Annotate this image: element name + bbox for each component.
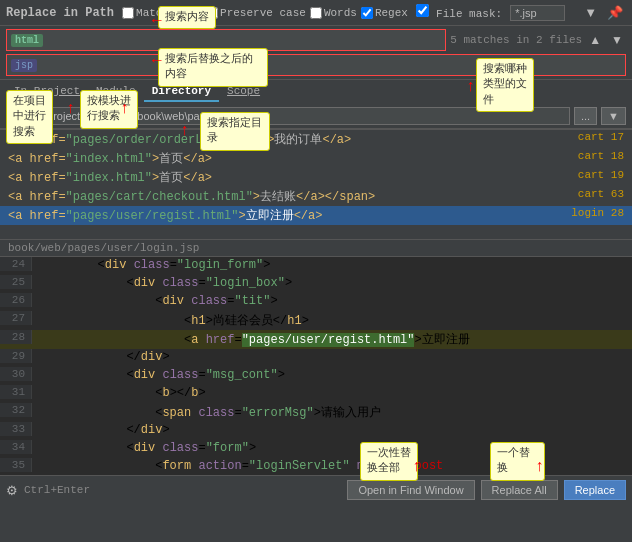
file-mask-label: File mask: — [436, 8, 502, 20]
arrow-dir: ↑ — [180, 122, 190, 140]
code-line: 24 <div class="login_form"> — [0, 257, 632, 275]
line-number: 35 — [0, 458, 32, 472]
results-area: cart 17 <a href="pages/order/orderList.h… — [0, 130, 632, 240]
toolbar: Replace in Path Match case Preserve case… — [0, 0, 632, 26]
replace-tag: jsp — [11, 59, 37, 72]
arrow-replace-one: ↑ — [535, 458, 545, 476]
code-line: 26 <div class="tit"> — [0, 293, 632, 311]
line-number: 25 — [0, 275, 32, 289]
words-checkbox[interactable] — [310, 7, 322, 19]
search-row: html 5 matches in 2 files ▲ ▼ — [6, 29, 626, 51]
file-mask-checkbox[interactable] — [416, 4, 429, 17]
shortcut-text: Ctrl+Enter — [24, 484, 90, 496]
filter-button[interactable]: ▼ — [581, 4, 600, 21]
search-input[interactable] — [47, 33, 441, 47]
result-file: cart 17 — [570, 131, 624, 143]
line-number: 30 — [0, 367, 32, 381]
line-content: <div class="tit"> — [32, 293, 632, 309]
line-content: <span class="errorMsg">请输入用户 — [32, 403, 632, 422]
search-tag: html — [11, 34, 43, 47]
regex-label[interactable]: Regex — [361, 7, 408, 19]
arrow-filetype: ↑ — [466, 78, 476, 96]
line-content: <b></b> — [32, 385, 632, 401]
result-file: cart 19 — [570, 169, 624, 181]
annotation-filetype: 搜索哪种类型的文件 — [476, 58, 534, 112]
list-item[interactable]: cart 19 <a href="index.html">首页</a> — [0, 168, 632, 187]
code-line: 32 <span class="errorMsg">请输入用户 — [0, 403, 632, 422]
annotation-replace: 搜索后替换之后的内容 — [158, 48, 268, 87]
prev-match-button[interactable]: ▲ — [586, 33, 604, 47]
line-content: <div class="msg_cont"> — [32, 367, 632, 383]
line-number: 26 — [0, 293, 32, 307]
annotation-replace-all: 一次性替换全部 — [360, 442, 418, 481]
code-filename: book/web/pages/user/login.jsp — [0, 240, 632, 257]
line-number: 31 — [0, 385, 32, 399]
result-file: cart 63 — [570, 188, 624, 200]
search-area: html 5 matches in 2 files ▲ ▼ jsp — [0, 26, 632, 80]
line-number: 33 — [0, 422, 32, 436]
file-mask-input[interactable]: *.jsp — [510, 5, 565, 21]
result-file: login 28 — [563, 207, 624, 219]
result-file: cart 18 — [570, 150, 624, 162]
line-number: 34 — [0, 440, 32, 454]
open-find-window-button[interactable]: Open in Find Window — [347, 480, 474, 500]
arrow-replace-all: ↑ — [412, 458, 422, 476]
toolbar-title: Replace in Path — [6, 6, 114, 20]
line-number: 29 — [0, 349, 32, 363]
code-line: 27 <h1>尚硅谷会员</h1> — [0, 311, 632, 330]
pin-button[interactable]: 📌 — [604, 4, 626, 21]
line-content: <div class="login_box"> — [32, 275, 632, 291]
arrow-project: ↑ — [66, 100, 76, 118]
line-number: 32 — [0, 403, 32, 417]
directory-options-button[interactable]: ▼ — [601, 107, 626, 125]
code-line: 33 </div> — [0, 422, 632, 440]
line-number: 28 — [0, 330, 32, 344]
directory-browse-button[interactable]: ... — [574, 107, 597, 125]
list-item[interactable]: login 28 <a href="pages/user/regist.html… — [0, 206, 632, 225]
matches-text: 5 matches in 2 files — [450, 34, 582, 46]
line-content: <h1>尚硅谷会员</h1> — [32, 311, 632, 330]
line-number: 27 — [0, 311, 32, 325]
line-content: <div class="login_form"> — [32, 257, 632, 273]
settings-icon-button[interactable]: ⚙ — [6, 483, 18, 498]
line-content: </div> — [32, 349, 632, 365]
match-case-checkbox[interactable] — [122, 7, 134, 19]
replace-all-button[interactable]: Replace All — [481, 480, 558, 500]
code-line: 31 <b></b> — [0, 385, 632, 403]
list-item[interactable]: cart 17 <a href="pages/order/orderList.h… — [0, 130, 632, 149]
preserve-case-label[interactable]: Preserve case — [206, 7, 306, 19]
file-mask-checkbox-label[interactable]: File mask: — [416, 4, 502, 21]
code-line: 25 <div class="login_box"> — [0, 275, 632, 293]
line-number: 24 — [0, 257, 32, 271]
replace-input[interactable] — [41, 58, 621, 72]
arrow-search: ← — [152, 12, 162, 30]
list-item[interactable]: cart 63 <a href="pages/cart/checkout.htm… — [0, 187, 632, 206]
regex-checkbox[interactable] — [361, 7, 373, 19]
line-content: <a href="pages/user/regist.html">立即注册 — [32, 330, 632, 349]
code-area: book/web/pages/user/login.jsp 24 <div cl… — [0, 240, 632, 475]
arrow-replace: ← — [152, 52, 162, 70]
annotation-search: 搜索内容 — [158, 6, 216, 29]
list-item[interactable]: cart 18 <a href="index.html">首页</a> — [0, 149, 632, 168]
annotation-dir: 搜索指定目录 — [200, 112, 270, 151]
words-label[interactable]: Words — [310, 7, 357, 19]
replace-button[interactable]: Replace — [564, 480, 626, 500]
toolbar-icons: ▼ 📌 — [581, 4, 626, 21]
annotation-project: 在项目中进行搜索 — [6, 90, 53, 144]
code-line: 28 <a href="pages/user/regist.html">立即注册 — [0, 330, 632, 349]
next-match-button[interactable]: ▼ — [608, 33, 626, 47]
code-line: 30 <div class="msg_cont"> — [0, 367, 632, 385]
arrow-module: ↑ — [120, 100, 130, 118]
code-line: 29 </div> — [0, 349, 632, 367]
line-content: </div> — [32, 422, 632, 438]
